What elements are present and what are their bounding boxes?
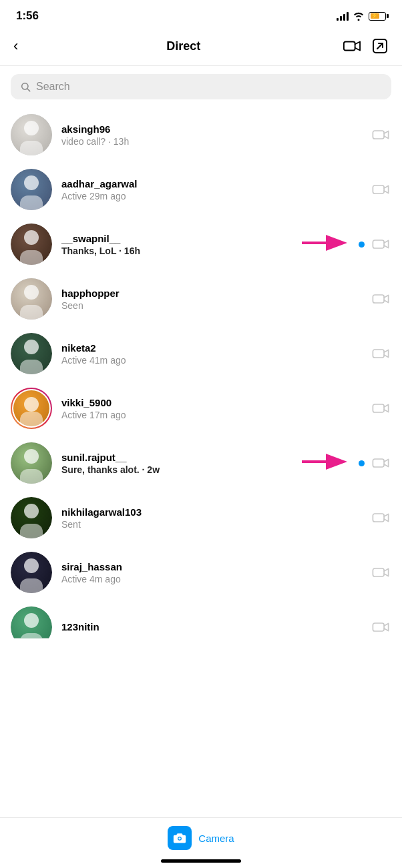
conversation-item[interactable]: __swapnil__Thanks, LoL · 16h xyxy=(0,217,402,272)
video-call-icon[interactable] xyxy=(343,37,361,55)
conversation-username: 123nitin xyxy=(61,621,365,632)
wifi-icon xyxy=(353,11,365,21)
avatar-body-shape xyxy=(20,305,43,320)
battery-icon: ⚡ xyxy=(369,12,386,21)
avatar-wrap xyxy=(11,169,52,210)
svg-rect-10 xyxy=(373,295,384,303)
avatar xyxy=(11,224,52,265)
svg-rect-9 xyxy=(373,240,384,248)
conversation-item[interactable]: nikhilagarwal103Sent xyxy=(0,490,402,545)
conversation-subtext: Active 41m ago xyxy=(61,355,365,366)
svg-rect-15 xyxy=(373,459,384,467)
conversation-item[interactable]: sunil.rajput__Sure, thanks alot. · 2w xyxy=(0,436,402,490)
camera-outline-icon xyxy=(372,565,389,580)
avatar-wrap xyxy=(11,333,52,374)
camera-outline-icon xyxy=(372,127,389,142)
conversation-item[interactable]: siraj_hassanActive 4m ago xyxy=(0,545,402,600)
camera-outline-icon xyxy=(372,346,389,361)
camera-bottom-icon xyxy=(168,826,192,850)
conversation-item[interactable]: aksingh96video call? · 13h xyxy=(0,107,402,162)
conversation-right xyxy=(370,124,391,145)
svg-line-4 xyxy=(27,89,30,91)
arrow-annotation xyxy=(298,232,352,256)
camera-icon[interactable] xyxy=(370,398,391,419)
avatar-head-shape xyxy=(24,449,39,464)
avatar-head-shape xyxy=(24,558,39,573)
camera-icon[interactable] xyxy=(370,234,391,255)
avatar-head-shape xyxy=(24,230,39,245)
avatar-body-shape xyxy=(20,469,43,484)
avatar-image xyxy=(11,224,52,265)
camera-icon[interactable] xyxy=(370,507,391,528)
back-button[interactable]: ‹ xyxy=(13,35,23,57)
unread-dot xyxy=(359,242,365,248)
camera-icon[interactable] xyxy=(370,288,391,310)
search-bar[interactable]: Search xyxy=(11,74,391,99)
avatar-image xyxy=(11,114,52,155)
page-title: Direct xyxy=(166,39,200,53)
avatar-head-shape xyxy=(24,613,39,628)
svg-point-20 xyxy=(179,837,181,839)
camera-icon[interactable] xyxy=(370,452,391,474)
conversation-item[interactable]: aadhar_agarwalActive 29m ago xyxy=(0,162,402,217)
conversation-list: aksingh96video call? · 13h aadhar_agarwa… xyxy=(0,107,402,655)
nav-actions xyxy=(343,37,389,55)
avatar-body-shape xyxy=(20,195,43,210)
compose-icon[interactable] xyxy=(371,37,389,55)
conversation-subtext: video call? · 13h xyxy=(61,136,365,147)
conversation-subtext: Active 17m ago xyxy=(61,410,365,420)
conversation-right xyxy=(370,507,391,528)
search-placeholder: Search xyxy=(36,81,70,93)
conversation-right xyxy=(370,616,391,638)
camera-icon[interactable] xyxy=(370,179,391,200)
avatar-image xyxy=(11,442,52,484)
avatar-image xyxy=(11,606,52,648)
avatar-body-shape xyxy=(20,360,43,374)
avatar-wrap xyxy=(11,497,52,538)
search-icon xyxy=(20,81,31,92)
avatar-head-shape xyxy=(24,175,39,190)
conversation-item[interactable]: happhopperSeen xyxy=(0,272,402,326)
conversation-item[interactable]: vikki_5900Active 17m ago xyxy=(0,381,402,436)
avatar-wrap xyxy=(11,278,52,320)
avatar-head-shape xyxy=(24,340,39,354)
conversation-info: siraj_hassanActive 4m ago xyxy=(61,561,365,584)
conversation-info: aksingh96video call? · 13h xyxy=(61,123,365,147)
conversation-username: aksingh96 xyxy=(61,123,365,135)
conversation-right xyxy=(370,343,391,364)
camera-icon[interactable] xyxy=(370,124,391,145)
avatar-wrap xyxy=(11,552,52,593)
avatar-image xyxy=(11,169,52,210)
camera-icon[interactable] xyxy=(370,562,391,583)
conversation-item[interactable]: 123nitin xyxy=(0,600,402,655)
conversation-right xyxy=(359,452,391,474)
avatar-body-shape xyxy=(20,578,43,593)
svg-rect-16 xyxy=(373,514,384,522)
svg-rect-18 xyxy=(373,623,384,631)
avatar xyxy=(11,606,52,648)
avatar xyxy=(11,333,52,374)
home-indicator xyxy=(161,859,241,863)
conversation-info: niketa2Active 41m ago xyxy=(61,342,365,366)
conversation-right xyxy=(370,562,391,583)
camera-outline-icon xyxy=(372,401,389,416)
camera-icon[interactable] xyxy=(370,343,391,364)
conversation-item[interactable]: niketa2Active 41m ago xyxy=(0,326,402,381)
camera-outline-icon xyxy=(372,510,389,525)
avatar-head-shape xyxy=(24,504,39,518)
camera-outline-icon xyxy=(372,182,389,197)
avatar-wrap xyxy=(11,442,52,484)
avatar xyxy=(11,388,52,429)
conversation-subtext: Seen xyxy=(61,300,365,311)
avatar xyxy=(11,114,52,155)
search-container: Search xyxy=(0,66,402,107)
pink-arrow-icon xyxy=(298,451,352,472)
conversation-info: happhopperSeen xyxy=(61,288,365,311)
nav-bar: ‹ Direct xyxy=(0,29,402,66)
avatar-body-shape xyxy=(20,250,43,265)
camera-outline-icon xyxy=(372,292,389,306)
camera-bottom-bar[interactable]: Camera xyxy=(0,818,402,855)
camera-label: Camera xyxy=(198,833,234,844)
camera-outline-icon xyxy=(372,237,389,252)
camera-icon[interactable] xyxy=(370,616,391,638)
